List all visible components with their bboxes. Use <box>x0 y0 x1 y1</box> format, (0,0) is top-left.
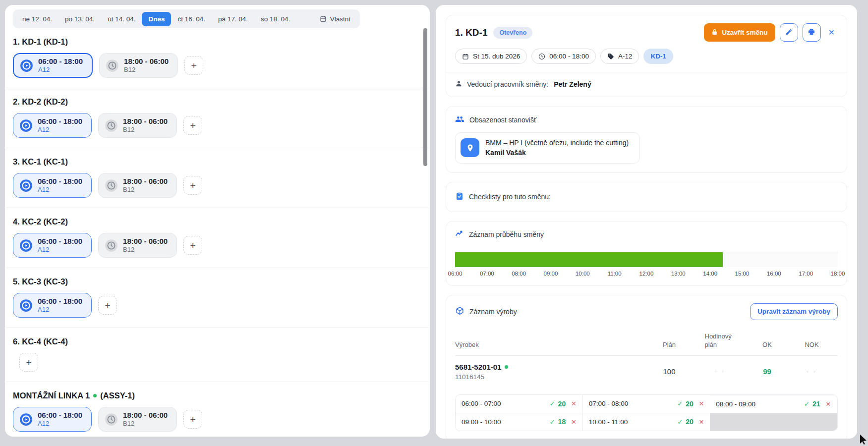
production-table-head: Výrobek Plán Hodinový plán OK NOK <box>455 332 838 356</box>
axis-label: 09:00 <box>544 271 558 277</box>
progress-chart: 06:0007:0008:0009:0010:0011:0012:0013:00… <box>455 252 838 279</box>
line-section: 1. KD-1 (KD-1) 06:00 - 18:00 A12 <box>6 28 429 88</box>
shift-crew: B12 <box>123 126 168 134</box>
col-product-header: Výrobek <box>455 340 647 349</box>
line-title: 6. KC-4 (KC-4) <box>13 337 422 346</box>
shift-time: 18:00 - 06:00 <box>123 117 168 126</box>
add-shift-button[interactable]: + <box>19 353 38 372</box>
date-tab[interactable]: ne 12. 04. <box>16 12 58 26</box>
calendar-icon <box>462 53 469 60</box>
check-icon: ✓ <box>550 400 555 407</box>
delete-icon[interactable]: ✕ <box>571 400 576 407</box>
production-header: Záznam výroby Upravit záznam výroby <box>455 303 838 320</box>
shift-chip-text: 06:00 - 18:00 A12 <box>38 237 82 254</box>
trend-line-icon <box>455 229 464 240</box>
shift-chip[interactable]: 18:00 - 06:00 B12 <box>98 407 177 432</box>
shift-crew: A12 <box>38 420 82 428</box>
axis-label: 18:00 <box>831 271 845 277</box>
shift-crew: B12 <box>124 66 169 74</box>
axis-label: 16:00 <box>767 271 781 277</box>
shift-time: 06:00 - 18:00 <box>38 297 82 306</box>
shift-chip[interactable]: 06:00 - 18:00 A12 <box>13 407 92 432</box>
add-shift-button[interactable]: + <box>183 236 202 255</box>
edit-button[interactable] <box>780 23 798 42</box>
header-actions: Uzavřít směnu ✕ <box>704 23 838 42</box>
meta-pill-label: A-12 <box>618 53 633 60</box>
shift-chip[interactable]: 06:00 - 18:00 A12 <box>13 113 92 138</box>
line-section: 6. KC-4 (KC-4) + <box>6 328 429 382</box>
shift-chip-list: 06:00 - 18:00 A12 18:00 - 06:00 B12 <box>13 53 178 78</box>
delete-icon[interactable]: ✕ <box>699 418 704 426</box>
shift-chip[interactable]: 18:00 - 06:00 B12 <box>98 173 177 198</box>
shift-chip[interactable]: 06:00 - 18:00 A12 <box>13 53 93 78</box>
hour-range: 09:00 - 10:00 <box>462 418 501 426</box>
col-plan-header: Plán <box>647 340 692 349</box>
date-tab-label: Dnes <box>148 15 165 23</box>
shift-chip-text: 18:00 - 06:00 B12 <box>124 57 169 74</box>
clock-circle-icon <box>105 179 118 192</box>
date-tab[interactable]: Dnes <box>142 12 171 26</box>
checklists-title: Checklisty pro tuto směnu: <box>469 193 551 201</box>
meta-pill: St 15. dub 2026 <box>455 49 527 64</box>
scrollbar-thumb[interactable] <box>423 28 427 166</box>
add-shift-button[interactable]: + <box>183 410 202 429</box>
shift-chip[interactable]: 06:00 - 18:00 A12 <box>13 233 92 258</box>
shift-chip[interactable]: 06:00 - 18:00 A12 <box>13 293 92 318</box>
progress-axis: 06:0007:0008:0009:0010:0011:0012:0013:00… <box>455 271 838 279</box>
close-panel-button[interactable]: ✕ <box>825 26 838 39</box>
shift-time: 18:00 - 06:00 <box>123 237 168 246</box>
delete-icon[interactable]: ✕ <box>571 418 576 426</box>
shift-chip[interactable]: 18:00 - 06:00 B12 <box>98 113 177 138</box>
close-shift-button[interactable]: Uzavřít směnu <box>704 23 775 42</box>
delete-icon[interactable]: ✕ <box>826 400 831 408</box>
axis-label: 12:00 <box>639 271 654 277</box>
clipboard-check-icon <box>455 192 464 202</box>
hourly-record-cell[interactable]: 06:00 - 07:00 ✓ 20 ✕ <box>456 395 583 413</box>
axis-label: 13:00 <box>671 271 686 277</box>
product-active-dot <box>505 365 508 369</box>
date-tab[interactable]: pá 17. 04. <box>212 12 254 26</box>
shift-chip[interactable]: 18:00 - 06:00 B12 <box>98 233 177 258</box>
printer-icon <box>808 28 815 37</box>
hourly-record-cell[interactable]: 07:00 - 08:00 ✓ 20 ✕ <box>583 395 710 413</box>
hourly-record-cell[interactable] <box>710 413 837 431</box>
hourly-record-cell[interactable]: 08:00 - 09:00 ✓ 21 ✕ <box>710 395 837 413</box>
add-shift-button[interactable]: + <box>183 176 202 195</box>
print-button[interactable] <box>803 23 821 42</box>
axis-label: 07:00 <box>480 271 494 277</box>
close-shift-label: Uzavřít směnu <box>722 29 767 36</box>
station-card[interactable]: BMM – HP I (včetně ořezu, include the cu… <box>455 132 640 164</box>
shift-crew: A12 <box>38 306 82 314</box>
play-circle-icon <box>19 413 33 426</box>
add-shift-button[interactable]: + <box>184 56 203 75</box>
shift-time: 06:00 - 18:00 <box>38 57 83 66</box>
line-title: 5. KC-3 (KC-3) <box>13 277 422 286</box>
play-circle-icon <box>19 239 33 252</box>
shift-chip[interactable]: 06:00 - 18:00 A12 <box>13 173 92 198</box>
shift-crew: A12 <box>38 66 83 74</box>
hourly-record-cell[interactable]: 10:00 - 11:00 ✓ 20 ✕ <box>583 413 710 431</box>
shift-chip[interactable]: 18:00 - 06:00 B12 <box>99 53 178 78</box>
add-shift-button[interactable]: + <box>98 296 117 315</box>
date-tab[interactable]: čt 16. 04. <box>171 12 212 26</box>
tag-icon <box>607 53 614 60</box>
date-tab-label: po 13. 04. <box>65 15 95 23</box>
add-shift-button[interactable]: + <box>183 116 202 135</box>
hour-actions: ✓ 21 ✕ <box>804 400 831 408</box>
shift-crew: B12 <box>123 186 168 194</box>
ok-count: 20 <box>686 418 694 426</box>
date-tab[interactable]: po 13. 04. <box>58 12 101 26</box>
date-tab[interactable]: Vlastní <box>313 12 357 26</box>
product-row[interactable]: 5681-5201-01 11016145 100 - - 99 - - <box>455 356 838 389</box>
ok-count: 18 <box>558 418 566 426</box>
play-circle-icon <box>19 119 33 132</box>
meta-row: St 15. dub 2026 06:00 - 18:00 A-12 KD-1 <box>455 49 838 64</box>
edit-production-button[interactable]: Upravit záznam výroby <box>750 303 838 320</box>
date-tab[interactable]: út 14. 04. <box>101 12 142 26</box>
ok-count: 20 <box>558 400 566 408</box>
date-tab[interactable]: so 18. 04. <box>254 12 296 26</box>
shift-chip-row: 06:00 - 18:00 A12 18:00 - 06:00 B12 <box>13 233 422 258</box>
delete-icon[interactable]: ✕ <box>699 400 704 407</box>
lock-icon <box>711 29 718 37</box>
hourly-record-cell[interactable]: 09:00 - 10:00 ✓ 18 ✕ <box>456 413 583 431</box>
